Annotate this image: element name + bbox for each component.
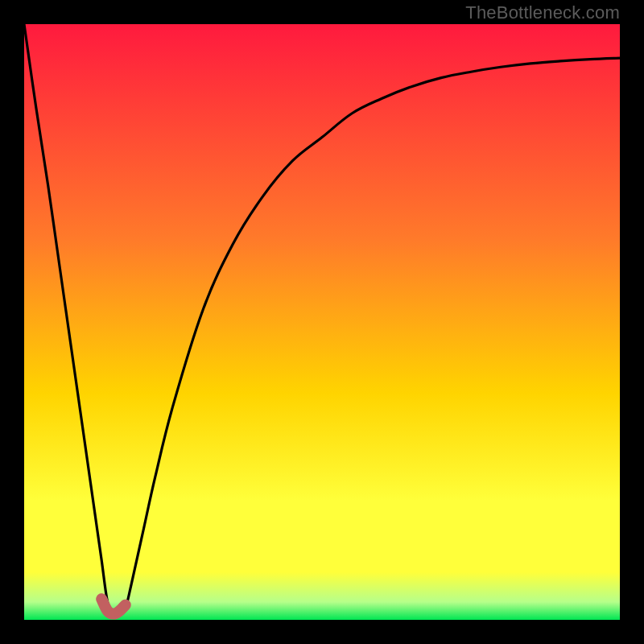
gradient-background: [24, 24, 620, 620]
plot-area: [24, 24, 620, 620]
chart-svg: [24, 24, 620, 620]
watermark-text: TheBottleneck.com: [465, 2, 620, 23]
chart-frame: TheBottleneck.com: [0, 0, 644, 644]
